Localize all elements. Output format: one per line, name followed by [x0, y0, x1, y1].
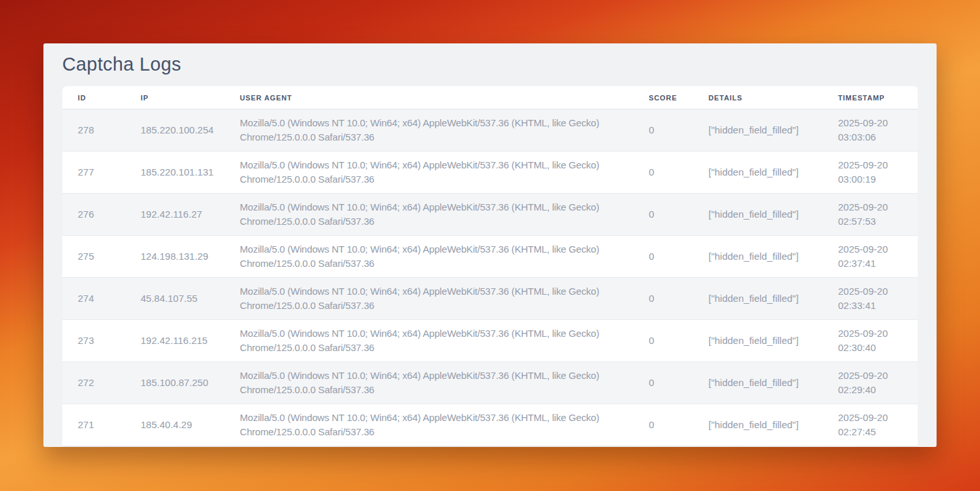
cell-ip: 185.220.101.131 [125, 152, 224, 194]
cell-details: ["hidden_field_filled"] [693, 152, 822, 194]
cell-details: ["hidden_field_filled"] [693, 236, 822, 278]
table-row: 273192.42.116.215Mozilla/5.0 (Windows NT… [62, 320, 918, 362]
table-row: 272185.100.87.250Mozilla/5.0 (Windows NT… [62, 362, 918, 404]
cell-details: ["hidden_field_filled"] [693, 320, 822, 362]
table-header: IDIPUSER AGENTSCOREDETAILSTIMESTAMP [62, 86, 918, 109]
cell-timestamp: 2025-09-20 02:33:41 [822, 278, 918, 320]
table-row: 277185.220.101.131Mozilla/5.0 (Windows N… [62, 152, 918, 194]
background-gradient: { "page": { "title": "Captcha Logs" }, "… [0, 0, 980, 491]
cell-ip: 124.198.131.29 [125, 236, 224, 278]
column-header-score: SCORE [633, 86, 693, 109]
table-header-row: IDIPUSER AGENTSCOREDETAILSTIMESTAMP [62, 86, 918, 109]
cell-score: 0 [633, 362, 693, 404]
cell-id: 277 [62, 152, 125, 194]
cell-timestamp: 2025-09-20 03:03:06 [822, 109, 918, 152]
table-body: 278185.220.100.254Mozilla/5.0 (Windows N… [62, 109, 918, 446]
cell-user_agent: Mozilla/5.0 (Windows NT 10.0; Win64; x64… [224, 109, 633, 152]
cell-score: 0 [633, 278, 693, 320]
cell-score: 0 [633, 194, 693, 236]
cell-timestamp: 2025-09-20 02:37:41 [822, 236, 918, 278]
column-header-ip: IP [125, 86, 224, 109]
table-row: 271185.40.4.29Mozilla/5.0 (Windows NT 10… [62, 404, 918, 446]
cell-user_agent: Mozilla/5.0 (Windows NT 10.0; Win64; x64… [224, 152, 633, 194]
cell-id: 274 [62, 278, 125, 320]
cell-user_agent: Mozilla/5.0 (Windows NT 10.0; Win64; x64… [224, 320, 633, 362]
cell-timestamp: 2025-09-20 02:30:40 [822, 320, 918, 362]
captcha-logs-table: IDIPUSER AGENTSCOREDETAILSTIMESTAMP 2781… [62, 86, 918, 446]
cell-id: 276 [62, 194, 125, 236]
cell-score: 0 [633, 320, 693, 362]
table-row: 275124.198.131.29Mozilla/5.0 (Windows NT… [62, 236, 918, 278]
cell-details: ["hidden_field_filled"] [693, 109, 822, 152]
cell-ip: 185.220.100.254 [125, 109, 224, 152]
cell-score: 0 [633, 404, 693, 446]
table-row: 27445.84.107.55Mozilla/5.0 (Windows NT 1… [62, 278, 918, 320]
cell-user_agent: Mozilla/5.0 (Windows NT 10.0; Win64; x64… [224, 236, 633, 278]
cell-ip: 45.84.107.55 [125, 278, 224, 320]
cell-user_agent: Mozilla/5.0 (Windows NT 10.0; Win64; x64… [224, 362, 633, 404]
cell-ip: 192.42.116.215 [125, 320, 224, 362]
cell-score: 0 [633, 152, 693, 194]
column-header-user_agent: USER AGENT [224, 86, 633, 109]
cell-details: ["hidden_field_filled"] [693, 194, 822, 236]
cell-id: 275 [62, 236, 125, 278]
column-header-details: DETAILS [693, 86, 822, 109]
cell-id: 271 [62, 404, 125, 446]
cell-user_agent: Mozilla/5.0 (Windows NT 10.0; Win64; x64… [224, 194, 633, 236]
table-row: 278185.220.100.254Mozilla/5.0 (Windows N… [62, 109, 918, 152]
table-row: 276192.42.116.27Mozilla/5.0 (Windows NT … [62, 194, 918, 236]
cell-user_agent: Mozilla/5.0 (Windows NT 10.0; Win64; x64… [224, 278, 633, 320]
cell-details: ["hidden_field_filled"] [693, 362, 822, 404]
cell-id: 278 [62, 109, 125, 152]
cell-id: 273 [62, 320, 125, 362]
cell-ip: 185.40.4.29 [125, 404, 224, 446]
cell-id: 272 [62, 362, 125, 404]
cell-timestamp: 2025-09-20 03:00:19 [822, 152, 918, 194]
cell-timestamp: 2025-09-20 02:57:53 [822, 194, 918, 236]
cell-score: 0 [633, 236, 693, 278]
cell-user_agent: Mozilla/5.0 (Windows NT 10.0; Win64; x64… [224, 404, 633, 446]
captcha-logs-card: Captcha Logs IDIPUSER AGENTSCOREDETAILST… [43, 43, 937, 447]
captcha-logs-table-container: IDIPUSER AGENTSCOREDETAILSTIMESTAMP 2781… [62, 86, 918, 446]
cell-timestamp: 2025-09-20 02:27:45 [822, 404, 918, 446]
column-header-timestamp: TIMESTAMP [822, 86, 918, 109]
cell-details: ["hidden_field_filled"] [693, 404, 822, 446]
cell-details: ["hidden_field_filled"] [693, 278, 822, 320]
column-header-id: ID [62, 86, 125, 109]
cell-ip: 185.100.87.250 [125, 362, 224, 404]
cell-score: 0 [633, 109, 693, 152]
cell-ip: 192.42.116.27 [125, 194, 224, 236]
cell-timestamp: 2025-09-20 02:29:40 [822, 362, 918, 404]
page-title: Captcha Logs [62, 54, 918, 75]
